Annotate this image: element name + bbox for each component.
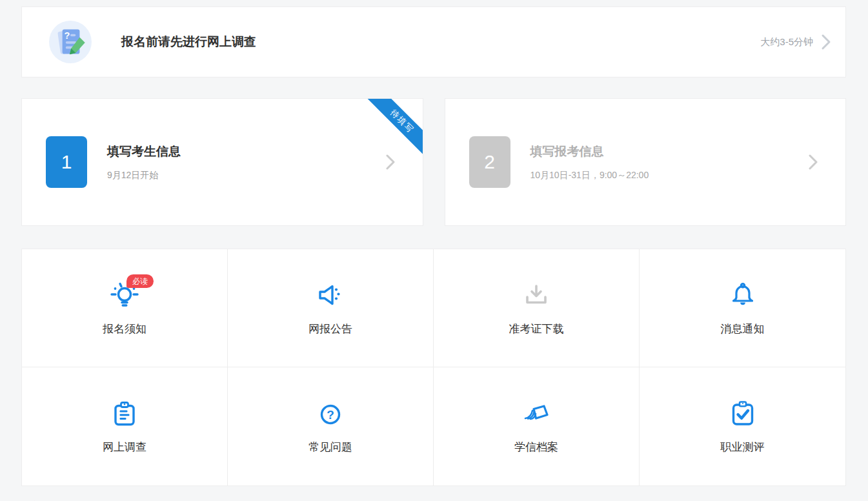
step-title: 填写报考信息 [530, 143, 649, 160]
step-number-badge: 1 [46, 136, 87, 188]
bell-icon [727, 281, 758, 312]
chevron-right-icon [808, 154, 818, 170]
step-subtitle: 10月10日-31日，9:00～22:00 [530, 170, 649, 181]
svg-text:?: ? [64, 30, 70, 41]
survey-banner[interactable]: ? 报名前请先进行网上调查 大约3-5分钟 [21, 6, 846, 77]
menu-item-online-survey[interactable]: 网上调查 [22, 367, 228, 486]
download-icon [521, 281, 552, 312]
menu-item-label: 常见问题 [308, 440, 352, 455]
menu-item-faq[interactable]: ? 常见问题 [228, 367, 434, 486]
page-container: ? 报名前请先进行网上调查 大约3-5分钟 1 填写考生信息 9月12日开始 [0, 0, 868, 501]
clipboard-check-icon [727, 399, 758, 430]
menu-grid: 必读 报名须知 网报公告 [21, 249, 846, 486]
svg-text:?: ? [327, 408, 334, 422]
survey-document-pencil-icon: ? [49, 21, 92, 63]
menu-item-xuexin-archive[interactable]: 学信档案 [434, 367, 640, 486]
stacked-pages-icon [521, 399, 552, 430]
menu-item-label: 准考证下载 [509, 322, 564, 336]
step-subtitle: 9月12日开始 [107, 170, 181, 181]
menu-item-message-notifications[interactable]: 消息通知 [640, 249, 845, 367]
menu-item-online-announcements[interactable]: 网报公告 [228, 249, 434, 367]
chevron-right-icon [821, 34, 831, 50]
step-number-badge: 2 [469, 136, 510, 188]
steps-row: 1 填写考生信息 9月12日开始 待填写 2 填写报考信息 10月10日-31日… [21, 98, 846, 226]
menu-item-admission-ticket-download[interactable]: 准考证下载 [434, 249, 640, 367]
menu-item-label: 报名须知 [103, 322, 146, 336]
menu-item-label: 职业测评 [721, 440, 765, 455]
step-title: 填写考生信息 [107, 143, 181, 160]
menu-item-career-assessment[interactable]: 职业测评 [640, 367, 845, 486]
survey-banner-title: 报名前请先进行网上调查 [121, 34, 256, 50]
menu-item-registration-notice[interactable]: 必读 报名须知 [22, 249, 228, 367]
step-card-application-info[interactable]: 2 填写报考信息 10月10日-31日，9:00～22:00 [445, 98, 847, 226]
menu-item-label: 网报公告 [308, 322, 352, 336]
pending-ribbon: 待填写 [366, 99, 423, 156]
must-read-badge: 必读 [126, 274, 154, 288]
menu-item-label: 消息通知 [721, 322, 765, 336]
menu-item-label: 网上调查 [103, 440, 146, 455]
megaphone-icon [315, 281, 346, 312]
question-circle-icon: ? [315, 399, 346, 430]
survey-duration-label: 大约3-5分钟 [760, 36, 813, 48]
chevron-right-icon [385, 154, 396, 170]
step-card-candidate-info[interactable]: 1 填写考生信息 9月12日开始 待填写 [21, 98, 423, 226]
clipboard-lines-icon [109, 399, 140, 430]
menu-item-label: 学信档案 [514, 440, 558, 455]
